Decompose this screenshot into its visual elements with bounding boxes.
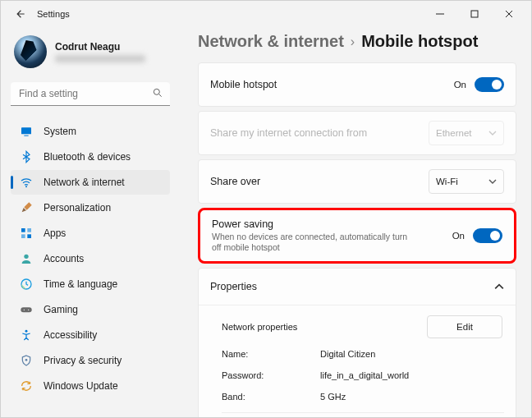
svg-point-9 — [24, 255, 28, 259]
profile-email — [55, 55, 145, 62]
nav-label: Windows Update — [44, 380, 118, 392]
nav-label: Time & language — [44, 278, 117, 290]
nav-bluetooth[interactable]: Bluetooth & devices — [11, 145, 170, 169]
nav-label: Gaming — [44, 304, 78, 315]
nav-label: Privacy & security — [44, 355, 122, 366]
system-icon — [19, 124, 34, 139]
prop-pass-key: Password: — [222, 370, 320, 380]
prop-band-value: 5 GHz — [320, 392, 346, 402]
back-button[interactable] — [12, 6, 29, 22]
properties-header-row[interactable]: Properties — [199, 269, 516, 305]
power-saving-card: Power saving When no devices are connect… — [198, 208, 516, 264]
share-over-card: Share over Wi-Fi — [198, 159, 516, 204]
edit-button[interactable]: Edit — [427, 315, 502, 338]
maximize-button[interactable] — [457, 2, 492, 25]
svg-rect-7 — [21, 234, 25, 238]
breadcrumb: Network & internet › Mobile hotspot — [198, 32, 516, 51]
search-icon — [152, 87, 163, 99]
nav-apps[interactable]: Apps — [11, 221, 170, 246]
profile-name: Codrut Neagu — [55, 41, 145, 53]
nav-system[interactable]: System — [11, 119, 170, 144]
nav-time[interactable]: Time & language — [11, 272, 170, 296]
search-container — [11, 81, 170, 106]
nav-label: Bluetooth & devices — [44, 151, 131, 163]
svg-point-15 — [25, 359, 28, 361]
svg-point-1 — [154, 89, 159, 94]
nav-label: System — [44, 126, 76, 137]
chevron-right-icon: › — [351, 34, 355, 49]
nav-label: Accessibility — [44, 329, 97, 341]
time-icon — [19, 277, 34, 292]
svg-rect-11 — [21, 307, 31, 312]
power-title: Power saving — [212, 218, 452, 230]
svg-point-14 — [25, 330, 28, 333]
svg-point-4 — [25, 186, 27, 187]
profile[interactable]: Codrut Neagu — [11, 32, 170, 73]
prop-name-key: Name: — [222, 349, 320, 359]
nav-network[interactable]: Network & internet — [11, 170, 170, 195]
bluetooth-icon — [19, 149, 34, 164]
accounts-icon — [19, 251, 34, 266]
nav-accessibility[interactable]: Accessibility — [11, 323, 170, 347]
nav: System Bluetooth & devices Network & int… — [11, 119, 170, 398]
hotspot-title: Mobile hotspot — [210, 79, 454, 90]
prop-pass-value: life_in_a_digital_world — [320, 370, 409, 380]
svg-rect-3 — [24, 136, 28, 136]
svg-rect-8 — [27, 234, 31, 238]
content: Network & internet › Mobile hotspot Mobi… — [180, 27, 531, 417]
sidebar: Codrut Neagu System Bluetooth & devices … — [1, 27, 180, 417]
network-icon — [19, 175, 34, 190]
nav-label: Network & internet — [44, 177, 125, 188]
share-from-card: Share my internet connection from Ethern… — [198, 111, 516, 155]
svg-point-12 — [24, 310, 25, 310]
properties-section: Network properties — [222, 322, 297, 332]
svg-rect-2 — [21, 127, 31, 134]
close-button[interactable] — [492, 2, 526, 25]
share-from-value: Ethernet — [436, 128, 471, 138]
edit-label: Edit — [456, 322, 473, 332]
properties-body: Network properties Edit Name:Digital Cit… — [199, 305, 516, 417]
nav-label: Apps — [44, 227, 66, 239]
breadcrumb-parent[interactable]: Network & internet — [198, 32, 344, 51]
properties-header: Properties — [210, 281, 494, 292]
properties-card: Properties Network properties Edit Name:… — [198, 268, 516, 417]
search-input[interactable] — [11, 81, 170, 106]
nav-accounts[interactable]: Accounts — [11, 246, 170, 271]
hotspot-state: On — [454, 80, 466, 90]
svg-rect-5 — [21, 228, 25, 232]
apps-icon — [19, 226, 34, 241]
share-from-select: Ethernet — [429, 121, 504, 145]
share-from-title: Share my internet connection from — [210, 127, 429, 139]
minimize-button[interactable] — [423, 2, 457, 25]
share-over-title: Share over — [210, 176, 429, 187]
nav-label: Accounts — [44, 253, 84, 264]
power-subtitle: When no devices are connected, automatic… — [212, 232, 417, 253]
hotspot-toggle[interactable] — [475, 77, 504, 92]
svg-point-13 — [28, 310, 29, 310]
avatar — [14, 35, 47, 68]
window-title: Settings — [37, 9, 70, 19]
nav-label: Personalization — [44, 202, 111, 214]
power-toggle[interactable] — [473, 228, 502, 243]
nav-privacy[interactable]: Privacy & security — [11, 348, 170, 373]
personalization-icon — [19, 200, 34, 215]
chevron-down-icon — [488, 177, 497, 186]
chevron-down-icon — [488, 129, 497, 137]
share-over-select[interactable]: Wi-Fi — [429, 169, 504, 194]
share-over-value: Wi-Fi — [436, 177, 458, 186]
svg-rect-0 — [471, 11, 478, 17]
hotspot-card: Mobile hotspot On — [198, 62, 516, 107]
update-icon — [19, 379, 34, 393]
nav-update[interactable]: Windows Update — [11, 374, 170, 398]
privacy-icon — [19, 353, 34, 368]
chevron-up-icon — [494, 282, 504, 292]
accessibility-icon — [19, 328, 34, 342]
svg-rect-6 — [27, 228, 31, 232]
power-state: On — [452, 231, 465, 241]
nav-personalization[interactable]: Personalization — [11, 195, 170, 220]
titlebar: Settings — [1, 1, 531, 27]
prop-name-value: Digital Citizen — [320, 349, 375, 359]
nav-gaming[interactable]: Gaming — [11, 297, 170, 322]
gaming-icon — [19, 302, 34, 317]
prop-band-key: Band: — [222, 392, 320, 402]
